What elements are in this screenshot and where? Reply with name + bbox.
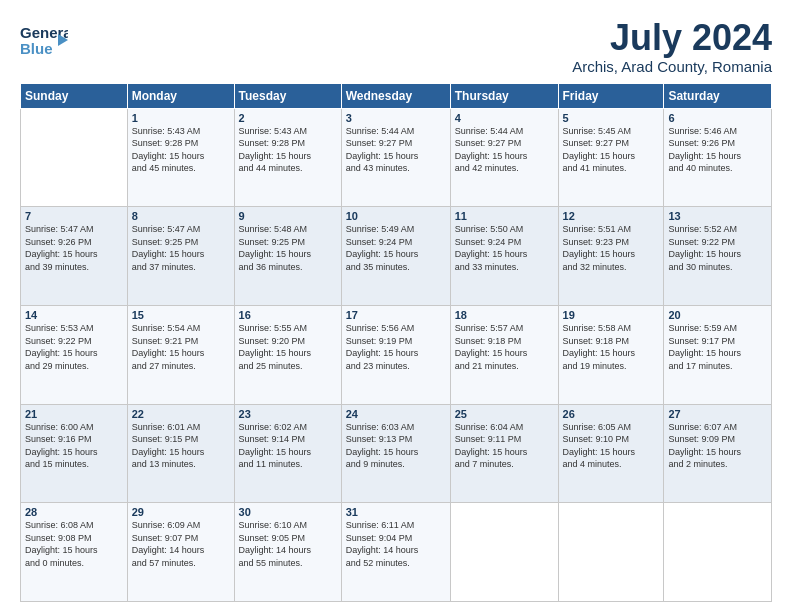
location-title: Archis, Arad County, Romania xyxy=(572,58,772,75)
day-info: Sunrise: 5:48 AM Sunset: 9:25 PM Dayligh… xyxy=(239,223,337,273)
day-number: 1 xyxy=(132,112,230,124)
day-number: 23 xyxy=(239,408,337,420)
calendar-cell: 4Sunrise: 5:44 AM Sunset: 9:27 PM Daylig… xyxy=(450,108,558,207)
page: General Blue July 2024 Archis, Arad Coun… xyxy=(0,0,792,612)
day-number: 20 xyxy=(668,309,767,321)
svg-text:Blue: Blue xyxy=(20,40,53,57)
day-info: Sunrise: 5:51 AM Sunset: 9:23 PM Dayligh… xyxy=(563,223,660,273)
calendar-cell: 2Sunrise: 5:43 AM Sunset: 9:28 PM Daylig… xyxy=(234,108,341,207)
day-number: 5 xyxy=(563,112,660,124)
calendar: SundayMondayTuesdayWednesdayThursdayFrid… xyxy=(20,83,772,602)
day-number: 19 xyxy=(563,309,660,321)
day-info: Sunrise: 6:11 AM Sunset: 9:04 PM Dayligh… xyxy=(346,519,446,569)
calendar-cell xyxy=(21,108,128,207)
day-info: Sunrise: 5:59 AM Sunset: 9:17 PM Dayligh… xyxy=(668,322,767,372)
calendar-cell: 24Sunrise: 6:03 AM Sunset: 9:13 PM Dayli… xyxy=(341,404,450,503)
day-number: 17 xyxy=(346,309,446,321)
day-number: 22 xyxy=(132,408,230,420)
calendar-cell: 1Sunrise: 5:43 AM Sunset: 9:28 PM Daylig… xyxy=(127,108,234,207)
day-info: Sunrise: 5:52 AM Sunset: 9:22 PM Dayligh… xyxy=(668,223,767,273)
calendar-cell: 28Sunrise: 6:08 AM Sunset: 9:08 PM Dayli… xyxy=(21,503,128,602)
day-info: Sunrise: 5:47 AM Sunset: 9:25 PM Dayligh… xyxy=(132,223,230,273)
calendar-cell: 31Sunrise: 6:11 AM Sunset: 9:04 PM Dayli… xyxy=(341,503,450,602)
calendar-cell: 11Sunrise: 5:50 AM Sunset: 9:24 PM Dayli… xyxy=(450,207,558,306)
day-info: Sunrise: 6:01 AM Sunset: 9:15 PM Dayligh… xyxy=(132,421,230,471)
calendar-cell: 12Sunrise: 5:51 AM Sunset: 9:23 PM Dayli… xyxy=(558,207,664,306)
day-info: Sunrise: 6:05 AM Sunset: 9:10 PM Dayligh… xyxy=(563,421,660,471)
day-number: 9 xyxy=(239,210,337,222)
calendar-week-5: 28Sunrise: 6:08 AM Sunset: 9:08 PM Dayli… xyxy=(21,503,772,602)
day-number: 29 xyxy=(132,506,230,518)
day-number: 26 xyxy=(563,408,660,420)
calendar-header-sunday: Sunday xyxy=(21,83,128,108)
day-number: 24 xyxy=(346,408,446,420)
calendar-header-thursday: Thursday xyxy=(450,83,558,108)
day-number: 21 xyxy=(25,408,123,420)
day-info: Sunrise: 6:09 AM Sunset: 9:07 PM Dayligh… xyxy=(132,519,230,569)
logo: General Blue xyxy=(20,18,68,66)
calendar-cell: 7Sunrise: 5:47 AM Sunset: 9:26 PM Daylig… xyxy=(21,207,128,306)
day-info: Sunrise: 5:49 AM Sunset: 9:24 PM Dayligh… xyxy=(346,223,446,273)
day-number: 30 xyxy=(239,506,337,518)
day-info: Sunrise: 5:44 AM Sunset: 9:27 PM Dayligh… xyxy=(455,125,554,175)
day-info: Sunrise: 5:45 AM Sunset: 9:27 PM Dayligh… xyxy=(563,125,660,175)
calendar-cell: 3Sunrise: 5:44 AM Sunset: 9:27 PM Daylig… xyxy=(341,108,450,207)
day-number: 16 xyxy=(239,309,337,321)
header: General Blue July 2024 Archis, Arad Coun… xyxy=(20,18,772,75)
day-info: Sunrise: 5:44 AM Sunset: 9:27 PM Dayligh… xyxy=(346,125,446,175)
calendar-header-wednesday: Wednesday xyxy=(341,83,450,108)
day-info: Sunrise: 5:50 AM Sunset: 9:24 PM Dayligh… xyxy=(455,223,554,273)
day-number: 28 xyxy=(25,506,123,518)
day-info: Sunrise: 5:54 AM Sunset: 9:21 PM Dayligh… xyxy=(132,322,230,372)
month-title: July 2024 xyxy=(572,18,772,58)
calendar-cell: 14Sunrise: 5:53 AM Sunset: 9:22 PM Dayli… xyxy=(21,305,128,404)
calendar-header-tuesday: Tuesday xyxy=(234,83,341,108)
day-info: Sunrise: 6:10 AM Sunset: 9:05 PM Dayligh… xyxy=(239,519,337,569)
day-info: Sunrise: 5:56 AM Sunset: 9:19 PM Dayligh… xyxy=(346,322,446,372)
day-number: 11 xyxy=(455,210,554,222)
day-number: 18 xyxy=(455,309,554,321)
calendar-cell: 9Sunrise: 5:48 AM Sunset: 9:25 PM Daylig… xyxy=(234,207,341,306)
calendar-cell: 6Sunrise: 5:46 AM Sunset: 9:26 PM Daylig… xyxy=(664,108,772,207)
calendar-cell xyxy=(664,503,772,602)
day-info: Sunrise: 5:46 AM Sunset: 9:26 PM Dayligh… xyxy=(668,125,767,175)
day-info: Sunrise: 6:07 AM Sunset: 9:09 PM Dayligh… xyxy=(668,421,767,471)
day-info: Sunrise: 6:03 AM Sunset: 9:13 PM Dayligh… xyxy=(346,421,446,471)
day-number: 6 xyxy=(668,112,767,124)
calendar-cell: 23Sunrise: 6:02 AM Sunset: 9:14 PM Dayli… xyxy=(234,404,341,503)
day-number: 31 xyxy=(346,506,446,518)
calendar-cell: 15Sunrise: 5:54 AM Sunset: 9:21 PM Dayli… xyxy=(127,305,234,404)
day-info: Sunrise: 5:53 AM Sunset: 9:22 PM Dayligh… xyxy=(25,322,123,372)
calendar-header-row: SundayMondayTuesdayWednesdayThursdayFrid… xyxy=(21,83,772,108)
calendar-cell: 22Sunrise: 6:01 AM Sunset: 9:15 PM Dayli… xyxy=(127,404,234,503)
day-info: Sunrise: 5:43 AM Sunset: 9:28 PM Dayligh… xyxy=(239,125,337,175)
calendar-cell: 10Sunrise: 5:49 AM Sunset: 9:24 PM Dayli… xyxy=(341,207,450,306)
logo-icon: General Blue xyxy=(20,18,68,66)
day-info: Sunrise: 6:02 AM Sunset: 9:14 PM Dayligh… xyxy=(239,421,337,471)
title-block: July 2024 Archis, Arad County, Romania xyxy=(572,18,772,75)
calendar-cell: 25Sunrise: 6:04 AM Sunset: 9:11 PM Dayli… xyxy=(450,404,558,503)
day-number: 4 xyxy=(455,112,554,124)
day-number: 27 xyxy=(668,408,767,420)
calendar-cell: 5Sunrise: 5:45 AM Sunset: 9:27 PM Daylig… xyxy=(558,108,664,207)
calendar-cell xyxy=(450,503,558,602)
calendar-week-2: 7Sunrise: 5:47 AM Sunset: 9:26 PM Daylig… xyxy=(21,207,772,306)
calendar-cell: 30Sunrise: 6:10 AM Sunset: 9:05 PM Dayli… xyxy=(234,503,341,602)
day-number: 3 xyxy=(346,112,446,124)
day-number: 8 xyxy=(132,210,230,222)
calendar-header-saturday: Saturday xyxy=(664,83,772,108)
day-number: 25 xyxy=(455,408,554,420)
calendar-cell xyxy=(558,503,664,602)
calendar-header-monday: Monday xyxy=(127,83,234,108)
day-info: Sunrise: 6:08 AM Sunset: 9:08 PM Dayligh… xyxy=(25,519,123,569)
calendar-header-friday: Friday xyxy=(558,83,664,108)
day-info: Sunrise: 5:55 AM Sunset: 9:20 PM Dayligh… xyxy=(239,322,337,372)
calendar-week-1: 1Sunrise: 5:43 AM Sunset: 9:28 PM Daylig… xyxy=(21,108,772,207)
day-info: Sunrise: 5:57 AM Sunset: 9:18 PM Dayligh… xyxy=(455,322,554,372)
calendar-cell: 20Sunrise: 5:59 AM Sunset: 9:17 PM Dayli… xyxy=(664,305,772,404)
calendar-week-4: 21Sunrise: 6:00 AM Sunset: 9:16 PM Dayli… xyxy=(21,404,772,503)
calendar-cell: 13Sunrise: 5:52 AM Sunset: 9:22 PM Dayli… xyxy=(664,207,772,306)
day-info: Sunrise: 5:58 AM Sunset: 9:18 PM Dayligh… xyxy=(563,322,660,372)
day-number: 14 xyxy=(25,309,123,321)
day-number: 2 xyxy=(239,112,337,124)
